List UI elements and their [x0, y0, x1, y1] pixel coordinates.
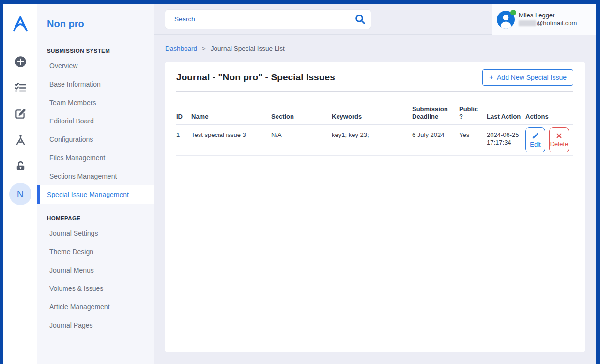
- logo-a-icon: [11, 13, 30, 34]
- email-domain: @hotmail.com: [537, 19, 577, 27]
- add-new-special-issue-button[interactable]: + Add New Special Issue: [482, 69, 573, 86]
- cell-keywords: key1; key 23;: [332, 125, 412, 156]
- checklist-icon[interactable]: [14, 81, 27, 94]
- col-header-keywords: Keywords: [332, 106, 412, 125]
- cell-public: Yes: [459, 125, 487, 156]
- edit-button-label: Edit: [530, 141, 540, 148]
- homepage-nav: Journal Settings Theme Design Journal Me…: [37, 224, 154, 334]
- page-title: Journal - "Non pro" - Special Issues: [176, 72, 335, 90]
- sidebar-item-theme-design[interactable]: Theme Design: [37, 243, 154, 261]
- sidebar-item-journal-pages[interactable]: Journal Pages: [37, 316, 154, 334]
- online-status-dot: [510, 10, 516, 15]
- sidebar-item-label: Team Members: [49, 99, 96, 106]
- col-header-last-action: Last Action: [487, 106, 525, 125]
- nav-section-homepage: HOMEPAGE: [37, 215, 154, 221]
- sidebar-item-overview[interactable]: Overview: [37, 57, 154, 75]
- cell-section: N/A: [271, 125, 332, 156]
- sidebar-item-sections-management[interactable]: Sections Management: [37, 167, 154, 185]
- special-issues-table: ID Name Section Keywords Submission Dead…: [176, 106, 573, 156]
- sidebar-item-label: Configurations: [49, 136, 93, 143]
- icon-rail: N: [3, 4, 37, 364]
- delete-button-label: Delete: [550, 140, 569, 148]
- sidebar-item-team-members[interactable]: Team Members: [37, 93, 154, 112]
- sidebar-item-label: Editorial Board: [49, 117, 94, 125]
- sidebar-item-article-management[interactable]: Article Management: [37, 298, 154, 316]
- user-email: @hotmail.com: [519, 19, 577, 27]
- cell-last-action: 2024-06-25 17:17:34: [487, 125, 525, 156]
- sidebar: Non pro SUBMISSION SYSTEM Overview Base …: [37, 4, 154, 364]
- unlock-icon[interactable]: [14, 160, 27, 172]
- sidebar-item-files-management[interactable]: Files Management: [37, 149, 154, 167]
- pencil-icon: [532, 132, 539, 139]
- breadcrumb: Dashboard > Journal Special Issue List: [154, 35, 596, 62]
- content-card: Journal - "Non pro" - Special Issues + A…: [165, 62, 585, 352]
- app-window: N Non pro SUBMISSION SYSTEM Overview Bas…: [3, 4, 596, 364]
- app-logo[interactable]: [11, 13, 30, 35]
- table-row: 1 Test special issue 3 N/A key1; key 23;…: [176, 125, 573, 156]
- plus-icon: +: [489, 74, 493, 81]
- sidebar-item-configurations[interactable]: Configurations: [37, 130, 154, 149]
- search-box: [165, 10, 371, 29]
- submission-system-nav: Overview Base Information Team Members E…: [37, 57, 154, 204]
- sidebar-item-label: Overview: [49, 62, 77, 70]
- sidebar-item-label: Files Management: [49, 154, 105, 162]
- cell-id: 1: [176, 125, 191, 156]
- col-header-name: Name: [191, 106, 271, 125]
- card-header: Journal - "Non pro" - Special Issues + A…: [176, 62, 573, 92]
- email-prefix-redacted: [519, 20, 536, 26]
- cell-name: Test special issue 3: [191, 125, 271, 156]
- top-bar: Miles Legger @hotmail.com: [154, 4, 596, 35]
- breadcrumb-link-dashboard[interactable]: Dashboard: [165, 45, 197, 52]
- sidebar-item-journal-menus[interactable]: Journal Menus: [37, 261, 154, 279]
- sidebar-item-base-information[interactable]: Base Information: [37, 75, 154, 93]
- main-area: Miles Legger @hotmail.com Dashboard > Jo…: [154, 4, 596, 364]
- edit-button[interactable]: Edit: [525, 127, 545, 152]
- col-header-actions: Actions: [525, 106, 573, 125]
- compass-icon[interactable]: [14, 134, 27, 146]
- x-icon: [556, 133, 562, 139]
- sidebar-item-label: Sections Management: [49, 172, 117, 180]
- add-button-label: Add New Special Issue: [497, 74, 567, 81]
- sidebar-item-label: Theme Design: [49, 248, 93, 256]
- sidebar-item-editorial-board[interactable]: Editorial Board: [37, 112, 154, 130]
- sidebar-item-volumes-issues[interactable]: Volumes & Issues: [37, 279, 154, 298]
- user-name: Miles Legger: [519, 12, 577, 19]
- breadcrumb-separator: >: [202, 45, 206, 52]
- compose-icon[interactable]: [14, 107, 27, 120]
- cell-submission-deadline: 6 July 2024: [412, 125, 459, 156]
- search-input[interactable]: [165, 15, 349, 23]
- delete-button[interactable]: Delete: [549, 127, 569, 152]
- sidebar-item-special-issue-management[interactable]: Special Issue Management: [37, 185, 154, 204]
- nav-section-submission-system: SUBMISSION SYSTEM: [37, 48, 154, 54]
- col-header-id: ID: [176, 106, 191, 125]
- cell-actions: Edit Delete: [525, 125, 573, 156]
- journal-title: Non pro: [37, 4, 154, 30]
- sidebar-item-label: Journal Menus: [49, 266, 94, 274]
- sidebar-item-label: Volumes & Issues: [49, 285, 103, 292]
- sidebar-item-label: Journal Settings: [49, 229, 98, 237]
- sidebar-item-journal-settings[interactable]: Journal Settings: [37, 224, 154, 243]
- sidebar-item-label: Article Management: [49, 303, 110, 311]
- sidebar-item-label: Journal Pages: [49, 321, 93, 329]
- sidebar-item-label: Base Information: [49, 80, 101, 88]
- avatar: [497, 11, 515, 29]
- search-icon[interactable]: [349, 10, 371, 29]
- col-header-submission-deadline: Submission Deadline: [412, 106, 459, 125]
- journal-initial-avatar[interactable]: N: [9, 183, 31, 205]
- user-menu[interactable]: Miles Legger @hotmail.com: [492, 4, 596, 35]
- breadcrumb-current: Journal Special Issue List: [211, 45, 285, 52]
- plus-circle-icon[interactable]: [14, 55, 27, 68]
- col-header-public: Public ?: [459, 106, 487, 125]
- table-header-row: ID Name Section Keywords Submission Dead…: [176, 106, 573, 125]
- col-header-section: Section: [271, 106, 332, 125]
- sidebar-item-label: Special Issue Management: [47, 191, 129, 198]
